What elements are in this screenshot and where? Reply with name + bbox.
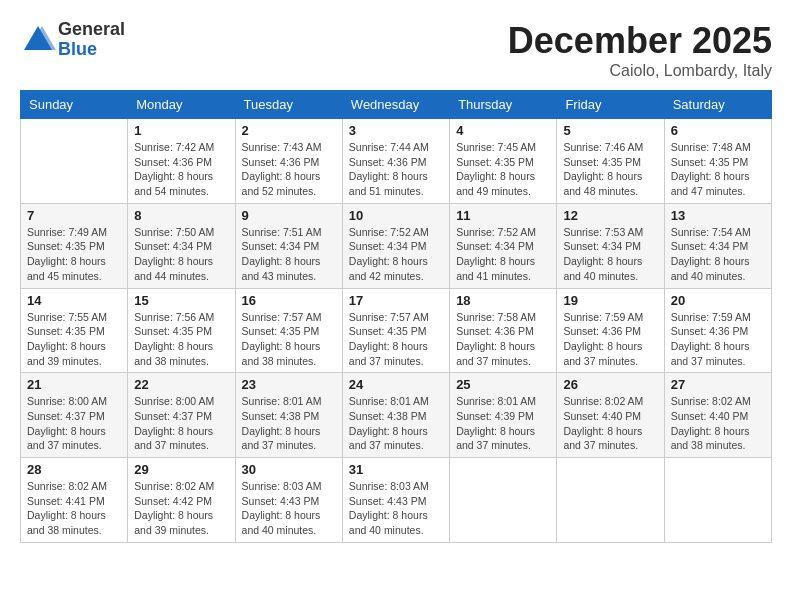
- day-info: Sunrise: 7:59 AMSunset: 4:36 PMDaylight:…: [563, 310, 657, 369]
- column-header-sunday: Sunday: [21, 91, 128, 119]
- calendar-cell: 25Sunrise: 8:01 AMSunset: 4:39 PMDayligh…: [450, 373, 557, 458]
- calendar-cell: 12Sunrise: 7:53 AMSunset: 4:34 PMDayligh…: [557, 203, 664, 288]
- day-number: 19: [563, 293, 657, 308]
- column-header-friday: Friday: [557, 91, 664, 119]
- day-info: Sunrise: 7:46 AMSunset: 4:35 PMDaylight:…: [563, 140, 657, 199]
- day-info: Sunrise: 7:54 AMSunset: 4:34 PMDaylight:…: [671, 225, 765, 284]
- month-title: December 2025: [508, 20, 772, 62]
- day-info: Sunrise: 8:03 AMSunset: 4:43 PMDaylight:…: [349, 479, 443, 538]
- location-text: Caiolo, Lombardy, Italy: [508, 62, 772, 80]
- calendar-cell: 23Sunrise: 8:01 AMSunset: 4:38 PMDayligh…: [235, 373, 342, 458]
- day-info: Sunrise: 7:59 AMSunset: 4:36 PMDaylight:…: [671, 310, 765, 369]
- day-info: Sunrise: 7:56 AMSunset: 4:35 PMDaylight:…: [134, 310, 228, 369]
- day-number: 1: [134, 123, 228, 138]
- day-info: Sunrise: 7:58 AMSunset: 4:36 PMDaylight:…: [456, 310, 550, 369]
- calendar-cell: 28Sunrise: 8:02 AMSunset: 4:41 PMDayligh…: [21, 458, 128, 543]
- page-header: General Blue December 2025 Caiolo, Lomba…: [20, 20, 772, 80]
- column-header-thursday: Thursday: [450, 91, 557, 119]
- calendar-cell: 29Sunrise: 8:02 AMSunset: 4:42 PMDayligh…: [128, 458, 235, 543]
- day-number: 3: [349, 123, 443, 138]
- calendar-cell: 22Sunrise: 8:00 AMSunset: 4:37 PMDayligh…: [128, 373, 235, 458]
- calendar-cell: 16Sunrise: 7:57 AMSunset: 4:35 PMDayligh…: [235, 288, 342, 373]
- week-row-4: 21Sunrise: 8:00 AMSunset: 4:37 PMDayligh…: [21, 373, 772, 458]
- calendar-cell: 20Sunrise: 7:59 AMSunset: 4:36 PMDayligh…: [664, 288, 771, 373]
- calendar-cell: [21, 119, 128, 204]
- calendar-cell: [664, 458, 771, 543]
- day-info: Sunrise: 8:01 AMSunset: 4:39 PMDaylight:…: [456, 394, 550, 453]
- day-info: Sunrise: 8:02 AMSunset: 4:40 PMDaylight:…: [671, 394, 765, 453]
- day-info: Sunrise: 8:00 AMSunset: 4:37 PMDaylight:…: [27, 394, 121, 453]
- day-number: 21: [27, 377, 121, 392]
- calendar-cell: 18Sunrise: 7:58 AMSunset: 4:36 PMDayligh…: [450, 288, 557, 373]
- day-info: Sunrise: 7:55 AMSunset: 4:35 PMDaylight:…: [27, 310, 121, 369]
- day-number: 10: [349, 208, 443, 223]
- calendar-cell: 9Sunrise: 7:51 AMSunset: 4:34 PMDaylight…: [235, 203, 342, 288]
- calendar-cell: [450, 458, 557, 543]
- week-row-3: 14Sunrise: 7:55 AMSunset: 4:35 PMDayligh…: [21, 288, 772, 373]
- calendar-cell: 30Sunrise: 8:03 AMSunset: 4:43 PMDayligh…: [235, 458, 342, 543]
- calendar-cell: 4Sunrise: 7:45 AMSunset: 4:35 PMDaylight…: [450, 119, 557, 204]
- calendar-cell: 7Sunrise: 7:49 AMSunset: 4:35 PMDaylight…: [21, 203, 128, 288]
- day-number: 6: [671, 123, 765, 138]
- day-number: 30: [242, 462, 336, 477]
- calendar-cell: 19Sunrise: 7:59 AMSunset: 4:36 PMDayligh…: [557, 288, 664, 373]
- calendar-cell: 21Sunrise: 8:00 AMSunset: 4:37 PMDayligh…: [21, 373, 128, 458]
- logo-blue-text: Blue: [58, 40, 125, 60]
- day-number: 8: [134, 208, 228, 223]
- day-info: Sunrise: 7:43 AMSunset: 4:36 PMDaylight:…: [242, 140, 336, 199]
- logo-text: General Blue: [58, 20, 125, 60]
- day-number: 17: [349, 293, 443, 308]
- day-info: Sunrise: 8:02 AMSunset: 4:41 PMDaylight:…: [27, 479, 121, 538]
- calendar-cell: 3Sunrise: 7:44 AMSunset: 4:36 PMDaylight…: [342, 119, 449, 204]
- day-number: 15: [134, 293, 228, 308]
- day-number: 20: [671, 293, 765, 308]
- calendar-cell: [557, 458, 664, 543]
- day-number: 26: [563, 377, 657, 392]
- header-row: SundayMondayTuesdayWednesdayThursdayFrid…: [21, 91, 772, 119]
- calendar-cell: 13Sunrise: 7:54 AMSunset: 4:34 PMDayligh…: [664, 203, 771, 288]
- day-number: 2: [242, 123, 336, 138]
- day-number: 5: [563, 123, 657, 138]
- day-number: 28: [27, 462, 121, 477]
- week-row-5: 28Sunrise: 8:02 AMSunset: 4:41 PMDayligh…: [21, 458, 772, 543]
- day-info: Sunrise: 8:01 AMSunset: 4:38 PMDaylight:…: [242, 394, 336, 453]
- day-number: 9: [242, 208, 336, 223]
- day-number: 18: [456, 293, 550, 308]
- day-number: 24: [349, 377, 443, 392]
- calendar-cell: 31Sunrise: 8:03 AMSunset: 4:43 PMDayligh…: [342, 458, 449, 543]
- day-number: 27: [671, 377, 765, 392]
- title-block: December 2025 Caiolo, Lombardy, Italy: [508, 20, 772, 80]
- day-number: 31: [349, 462, 443, 477]
- column-header-saturday: Saturday: [664, 91, 771, 119]
- day-number: 13: [671, 208, 765, 223]
- calendar-cell: 15Sunrise: 7:56 AMSunset: 4:35 PMDayligh…: [128, 288, 235, 373]
- day-number: 7: [27, 208, 121, 223]
- day-info: Sunrise: 8:02 AMSunset: 4:40 PMDaylight:…: [563, 394, 657, 453]
- day-info: Sunrise: 8:03 AMSunset: 4:43 PMDaylight:…: [242, 479, 336, 538]
- day-info: Sunrise: 7:44 AMSunset: 4:36 PMDaylight:…: [349, 140, 443, 199]
- day-info: Sunrise: 7:50 AMSunset: 4:34 PMDaylight:…: [134, 225, 228, 284]
- day-number: 16: [242, 293, 336, 308]
- day-info: Sunrise: 8:00 AMSunset: 4:37 PMDaylight:…: [134, 394, 228, 453]
- calendar-cell: 2Sunrise: 7:43 AMSunset: 4:36 PMDaylight…: [235, 119, 342, 204]
- day-number: 29: [134, 462, 228, 477]
- calendar-cell: 26Sunrise: 8:02 AMSunset: 4:40 PMDayligh…: [557, 373, 664, 458]
- day-number: 23: [242, 377, 336, 392]
- week-row-2: 7Sunrise: 7:49 AMSunset: 4:35 PMDaylight…: [21, 203, 772, 288]
- day-info: Sunrise: 7:52 AMSunset: 4:34 PMDaylight:…: [456, 225, 550, 284]
- day-info: Sunrise: 7:52 AMSunset: 4:34 PMDaylight:…: [349, 225, 443, 284]
- column-header-wednesday: Wednesday: [342, 91, 449, 119]
- day-info: Sunrise: 7:48 AMSunset: 4:35 PMDaylight:…: [671, 140, 765, 199]
- calendar-cell: 27Sunrise: 8:02 AMSunset: 4:40 PMDayligh…: [664, 373, 771, 458]
- day-number: 11: [456, 208, 550, 223]
- day-info: Sunrise: 8:02 AMSunset: 4:42 PMDaylight:…: [134, 479, 228, 538]
- day-number: 12: [563, 208, 657, 223]
- calendar-cell: 17Sunrise: 7:57 AMSunset: 4:35 PMDayligh…: [342, 288, 449, 373]
- logo-icon: [20, 22, 56, 58]
- column-header-monday: Monday: [128, 91, 235, 119]
- day-number: 14: [27, 293, 121, 308]
- calendar-cell: 5Sunrise: 7:46 AMSunset: 4:35 PMDaylight…: [557, 119, 664, 204]
- day-info: Sunrise: 7:53 AMSunset: 4:34 PMDaylight:…: [563, 225, 657, 284]
- column-header-tuesday: Tuesday: [235, 91, 342, 119]
- calendar-cell: 14Sunrise: 7:55 AMSunset: 4:35 PMDayligh…: [21, 288, 128, 373]
